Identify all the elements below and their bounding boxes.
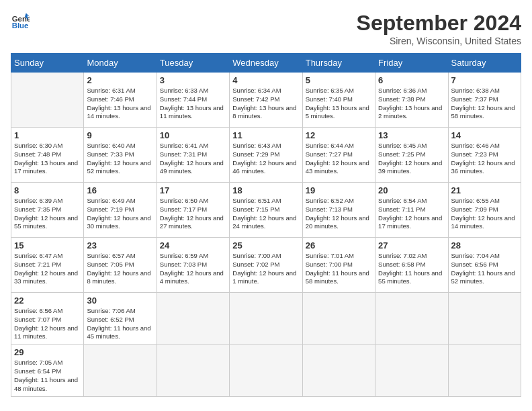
day-number: 15 — [14, 240, 81, 250]
calendar-cell — [302, 293, 375, 345]
day-info: Sunrise: 6:31 AMSunset: 7:46 PMDaylight:… — [87, 87, 153, 121]
calendar-cell — [157, 293, 229, 345]
day-info: Sunrise: 6:33 AMSunset: 7:44 PMDaylight:… — [160, 87, 226, 121]
calendar-cell: 30Sunrise: 7:06 AMSunset: 6:52 PMDayligh… — [84, 293, 157, 345]
calendar-cell: 15Sunrise: 6:47 AMSunset: 7:21 PMDayligh… — [11, 238, 84, 293]
calendar-cell: 20Sunrise: 6:54 AMSunset: 7:11 PMDayligh… — [375, 183, 448, 238]
calendar-cell: 24Sunrise: 6:59 AMSunset: 7:03 PMDayligh… — [157, 238, 229, 293]
calendar-cell — [375, 293, 448, 345]
day-number: 27 — [378, 240, 445, 250]
calendar-table: Sunday Monday Tuesday Wednesday Thursday… — [11, 53, 521, 397]
calendar-cell: 26Sunrise: 7:01 AMSunset: 7:00 PMDayligh… — [302, 238, 375, 293]
calendar-cell: 7Sunrise: 6:38 AMSunset: 7:37 PMDaylight… — [448, 73, 521, 128]
calendar-cell: 13Sunrise: 6:45 AMSunset: 7:25 PMDayligh… — [375, 128, 448, 183]
header-monday: Monday — [84, 54, 157, 73]
calendar-week-row: 1Sunrise: 6:30 AMSunset: 7:48 PMDaylight… — [11, 128, 521, 183]
day-info: Sunrise: 6:45 AMSunset: 7:25 PMDaylight:… — [378, 142, 445, 176]
day-info: Sunrise: 6:47 AMSunset: 7:21 PMDaylight:… — [14, 252, 81, 286]
calendar-header-row: Sunday Monday Tuesday Wednesday Thursday… — [11, 54, 521, 73]
day-info: Sunrise: 6:34 AMSunset: 7:42 PMDaylight:… — [232, 87, 299, 121]
day-number: 11 — [232, 130, 299, 140]
day-number: 16 — [87, 185, 153, 195]
header-sunday: Sunday — [11, 54, 84, 73]
day-number: 19 — [306, 185, 372, 195]
calendar-cell: 28Sunrise: 7:04 AMSunset: 6:56 PMDayligh… — [448, 238, 521, 293]
day-number: 12 — [306, 130, 372, 140]
calendar-cell — [230, 345, 302, 396]
day-number: 6 — [378, 75, 445, 85]
day-number: 21 — [451, 185, 518, 195]
day-number: 1 — [14, 130, 81, 140]
location: Siren, Wisconsin, United States — [357, 36, 521, 46]
day-number: 22 — [14, 295, 81, 306]
day-number: 10 — [160, 130, 226, 140]
day-info: Sunrise: 7:01 AMSunset: 7:00 PMDaylight:… — [306, 252, 372, 286]
day-info: Sunrise: 6:50 AMSunset: 7:17 PMDaylight:… — [160, 197, 226, 231]
calendar-cell: 2Sunrise: 6:31 AMSunset: 7:46 PMDaylight… — [84, 73, 157, 128]
calendar-cell — [375, 345, 448, 396]
calendar-cell: 29Sunrise: 7:05 AMSunset: 6:54 PMDayligh… — [11, 345, 84, 396]
calendar-week-row: 2Sunrise: 6:31 AMSunset: 7:46 PMDaylight… — [11, 73, 521, 128]
day-info: Sunrise: 7:05 AMSunset: 6:54 PMDaylight:… — [14, 359, 81, 393]
header-saturday: Saturday — [448, 54, 521, 73]
day-info: Sunrise: 7:06 AMSunset: 6:52 PMDaylight:… — [87, 307, 153, 341]
header-tuesday: Tuesday — [157, 54, 229, 73]
header-wednesday: Wednesday — [230, 54, 302, 73]
day-info: Sunrise: 6:30 AMSunset: 7:48 PMDaylight:… — [14, 142, 81, 176]
month-title: September 2024 — [357, 11, 521, 36]
calendar-cell: 16Sunrise: 6:49 AMSunset: 7:19 PMDayligh… — [84, 183, 157, 238]
page-container: General Blue September 2024 Siren, Wisco… — [0, 0, 532, 402]
calendar-cell — [157, 345, 229, 396]
logo: General Blue — [11, 11, 30, 30]
calendar-cell: 25Sunrise: 7:00 AMSunset: 7:02 PMDayligh… — [230, 238, 302, 293]
day-number: 28 — [451, 240, 518, 250]
day-info: Sunrise: 6:59 AMSunset: 7:03 PMDaylight:… — [160, 252, 226, 286]
day-info: Sunrise: 6:38 AMSunset: 7:37 PMDaylight:… — [451, 87, 518, 121]
day-info: Sunrise: 6:35 AMSunset: 7:40 PMDaylight:… — [306, 87, 372, 121]
day-info: Sunrise: 7:04 AMSunset: 6:56 PMDaylight:… — [451, 252, 518, 286]
day-number: 25 — [232, 240, 299, 250]
calendar-cell — [448, 345, 521, 396]
day-info: Sunrise: 6:51 AMSunset: 7:15 PMDaylight:… — [232, 197, 299, 231]
day-number: 14 — [451, 130, 518, 140]
day-number: 13 — [378, 130, 445, 140]
day-number: 17 — [160, 185, 226, 195]
day-number: 7 — [451, 75, 518, 85]
header-thursday: Thursday — [302, 54, 375, 73]
calendar-cell: 6Sunrise: 6:36 AMSunset: 7:38 PMDaylight… — [375, 73, 448, 128]
day-info: Sunrise: 6:40 AMSunset: 7:33 PMDaylight:… — [87, 142, 153, 176]
calendar-body: 2Sunrise: 6:31 AMSunset: 7:46 PMDaylight… — [11, 73, 521, 397]
calendar-cell: 17Sunrise: 6:50 AMSunset: 7:17 PMDayligh… — [157, 183, 229, 238]
day-info: Sunrise: 6:57 AMSunset: 7:05 PMDaylight:… — [87, 252, 153, 286]
calendar-cell: 4Sunrise: 6:34 AMSunset: 7:42 PMDaylight… — [230, 73, 302, 128]
calendar-cell: 14Sunrise: 6:46 AMSunset: 7:23 PMDayligh… — [448, 128, 521, 183]
calendar-cell: 10Sunrise: 6:41 AMSunset: 7:31 PMDayligh… — [157, 128, 229, 183]
calendar-cell: 27Sunrise: 7:02 AMSunset: 6:58 PMDayligh… — [375, 238, 448, 293]
day-number: 2 — [87, 75, 153, 85]
day-info: Sunrise: 6:36 AMSunset: 7:38 PMDaylight:… — [378, 87, 445, 121]
logo-icon: General Blue — [11, 11, 30, 30]
day-info: Sunrise: 6:55 AMSunset: 7:09 PMDaylight:… — [451, 197, 518, 231]
day-info: Sunrise: 7:00 AMSunset: 7:02 PMDaylight:… — [232, 252, 299, 286]
calendar-cell — [11, 73, 84, 128]
header: General Blue September 2024 Siren, Wisco… — [11, 11, 521, 46]
day-info: Sunrise: 6:39 AMSunset: 7:35 PMDaylight:… — [14, 197, 81, 231]
calendar-cell — [448, 293, 521, 345]
calendar-cell: 9Sunrise: 6:40 AMSunset: 7:33 PMDaylight… — [84, 128, 157, 183]
calendar-week-row: 29Sunrise: 7:05 AMSunset: 6:54 PMDayligh… — [11, 345, 521, 396]
calendar-week-row: 15Sunrise: 6:47 AMSunset: 7:21 PMDayligh… — [11, 238, 521, 293]
calendar-cell: 21Sunrise: 6:55 AMSunset: 7:09 PMDayligh… — [448, 183, 521, 238]
calendar-cell: 3Sunrise: 6:33 AMSunset: 7:44 PMDaylight… — [157, 73, 229, 128]
calendar-cell — [84, 345, 157, 396]
day-info: Sunrise: 7:02 AMSunset: 6:58 PMDaylight:… — [378, 252, 445, 286]
svg-text:Blue: Blue — [12, 21, 29, 30]
title-area: September 2024 Siren, Wisconsin, United … — [357, 11, 521, 46]
day-number: 4 — [232, 75, 299, 85]
day-number: 24 — [160, 240, 226, 250]
day-number: 26 — [306, 240, 372, 250]
day-info: Sunrise: 6:41 AMSunset: 7:31 PMDaylight:… — [160, 142, 226, 176]
header-friday: Friday — [375, 54, 448, 73]
day-number: 18 — [232, 185, 299, 195]
day-number: 9 — [87, 130, 153, 140]
day-info: Sunrise: 6:44 AMSunset: 7:27 PMDaylight:… — [306, 142, 372, 176]
